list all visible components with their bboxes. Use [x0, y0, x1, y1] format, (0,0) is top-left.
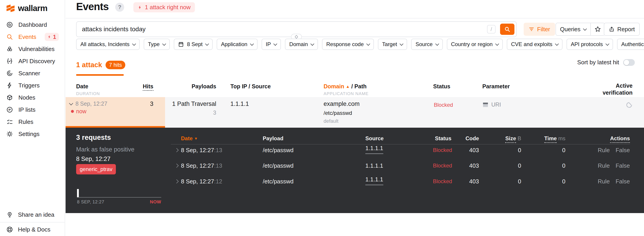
sidebar-item-label: Vulnerabilities	[18, 46, 54, 53]
filter-chip-source[interactable]: Source	[411, 39, 442, 50]
sidebar-item-help-docs[interactable]: Help & Docs	[0, 223, 65, 235]
braces-check-icon	[6, 58, 14, 65]
sidebar-item-api-discovery[interactable]: API Discovery	[0, 55, 65, 67]
chip-label: CVE and exploits	[511, 41, 552, 47]
events-attack-count: 1	[53, 34, 56, 40]
sidebar-item-rules[interactable]: Rules	[0, 116, 65, 128]
req-col-status: Status	[435, 135, 451, 142]
request-row[interactable]: 8 Sep, 12:27:13 /etc/passwd 1.1.1.1 Bloc…	[66, 145, 644, 155]
sidebar-item-dashboard[interactable]: Dashboard	[0, 19, 65, 31]
request-row[interactable]: 8 Sep, 12:27:13 /etc/passwd 1.1.1.1 Bloc…	[66, 160, 644, 171]
sidebar-item-label: IP lists	[18, 106, 36, 113]
sidebar-item-triggers[interactable]: Triggers	[0, 79, 65, 92]
queries-dropdown[interactable]: Queries	[556, 23, 591, 35]
sidebar-item-ip-lists[interactable]: IP IP lists	[0, 104, 65, 116]
favorite-star-button[interactable]	[591, 23, 605, 35]
live-attack-badge[interactable]: 1 attack right now	[134, 2, 195, 12]
sidebar-item-share-idea[interactable]: Share an idea	[0, 208, 65, 221]
chevron-down-icon	[606, 42, 609, 46]
search-input[interactable]	[82, 23, 478, 36]
sidebar-item-label: Dashboard	[18, 21, 47, 28]
filter-button[interactable]: Filter	[524, 23, 555, 36]
false-action[interactable]: False	[616, 147, 630, 154]
col-domain-path-sortable[interactable]: Domain ▲ / Path	[324, 83, 367, 90]
filter-chip-domain[interactable]: Domain	[285, 39, 318, 50]
filter-chip-attacks-incidents[interactable]: All attacks, Incidents	[76, 39, 140, 50]
chevron-down-icon	[435, 42, 439, 46]
sidebar-item-settings[interactable]: Settings	[0, 128, 65, 140]
request-source[interactable]: 1.1.1.1	[365, 145, 383, 154]
expand-chevron-icon[interactable]	[174, 179, 178, 183]
live-attack-text: 1 attack right now	[145, 4, 191, 11]
attack-path: /etc/passwd	[324, 110, 360, 116]
false-action[interactable]: False	[616, 162, 630, 169]
request-row[interactable]: 8 Sep, 12:27:12 /etc/passwd 1.1.1.1 Bloc…	[66, 176, 644, 187]
req-col-actions-sortable[interactable]: Actions	[610, 135, 630, 142]
attack-domain: example.com	[324, 100, 360, 107]
search-icon	[6, 34, 14, 40]
filter-chip-type[interactable]: Type	[144, 39, 170, 50]
help-icon[interactable]	[115, 3, 124, 12]
filter-chip-ip[interactable]: IP	[262, 39, 281, 50]
collapse-chevron-icon[interactable]	[69, 101, 73, 105]
request-payload: /etc/passwd	[263, 147, 294, 154]
timeline-labels: 8 SEP, 12:27 NOW	[77, 199, 161, 204]
request-source[interactable]: 1.1.1.1	[365, 176, 383, 185]
toolbar: / Filter Queries Report	[66, 21, 644, 39]
filter-chip-api-protocols[interactable]: API protocols	[566, 39, 613, 50]
col-status: Status	[433, 83, 450, 90]
active-verification-spinner-icon[interactable]	[626, 102, 632, 108]
page-header: Events 1 attack right now	[66, 0, 644, 19]
filter-chip-response-code[interactable]: Response code	[322, 39, 374, 50]
search-button[interactable]	[500, 24, 514, 35]
request-actions: Rule False	[598, 162, 630, 169]
req-col-source: Source	[365, 135, 384, 142]
sidebar-item-vulnerabilities[interactable]: Vulnerabilities	[0, 43, 65, 55]
tab-attacks[interactable]: 1 attack 7 hits	[76, 61, 125, 69]
filter-button-label: Filter	[537, 26, 550, 33]
attack-row[interactable]: 8 Sep, 12:27 now 3 1 Path Traversal 3 1.…	[66, 97, 644, 128]
filter-chip-cve[interactable]: CVE and exploits	[507, 39, 562, 50]
request-source[interactable]: 1.1.1.1	[365, 162, 383, 169]
lifebuoy-icon	[6, 226, 14, 233]
checklist-icon	[6, 118, 14, 125]
request-date: 8 Sep, 12:27:13	[181, 162, 222, 169]
wallarm-logo[interactable]: wallarm	[6, 4, 48, 13]
sidebar-item-label: Rules	[18, 118, 33, 125]
col-hits-sortable[interactable]: Hits	[121, 83, 153, 90]
filter-chip-application[interactable]: Application	[217, 39, 257, 50]
req-col-size-sortable[interactable]: Size B	[492, 135, 521, 142]
live-label: now	[76, 108, 86, 115]
cube-icon	[6, 94, 14, 101]
col-active-verification: Active verification	[603, 82, 632, 96]
rule-action[interactable]: Rule	[598, 147, 610, 154]
request-actions: Rule False	[598, 147, 630, 154]
filter-chip-authentication[interactable]: Authentication	[617, 39, 644, 50]
page-title: Events	[76, 1, 109, 13]
expand-chevron-icon[interactable]	[174, 164, 178, 168]
req-col-time-sortable[interactable]: Time ms	[536, 135, 566, 142]
report-button[interactable]: Report	[604, 23, 640, 36]
filter-chip-country[interactable]: Country or region	[447, 39, 503, 50]
chip-label: Country or region	[451, 41, 493, 47]
attack-type: 1 Path Traversal	[153, 100, 216, 107]
sidebar-item-events[interactable]: Events 1	[0, 31, 65, 43]
rule-action[interactable]: Rule	[598, 178, 610, 185]
sidebar-item-label: Share an idea	[18, 211, 54, 218]
false-action[interactable]: False	[616, 178, 630, 185]
attack-domain-cell: example.com /etc/passwd default	[324, 100, 360, 124]
rule-action[interactable]: Rule	[598, 162, 610, 169]
filter-chip-date[interactable]: 8 Sept	[174, 39, 213, 50]
keyboard-shortcut-hint: /	[487, 25, 496, 34]
sidebar-item-scanner[interactable]: Scanner	[0, 67, 65, 79]
expand-chevron-icon[interactable]	[174, 148, 178, 152]
request-status: Blocked	[433, 178, 452, 184]
sort-toggle[interactable]	[623, 59, 635, 66]
attack-payloads-cell: 1 Path Traversal 3	[153, 100, 216, 116]
req-col-date-sortable[interactable]: Date ▼	[181, 135, 198, 142]
filter-chip-target[interactable]: Target	[378, 39, 407, 50]
attack-details-panel: 3 requests Mark as false positive 8 Sep,…	[66, 128, 644, 213]
dashboard-icon	[6, 21, 14, 28]
sidebar-item-nodes[interactable]: Nodes	[0, 92, 65, 104]
chevron-down-icon	[366, 42, 370, 46]
